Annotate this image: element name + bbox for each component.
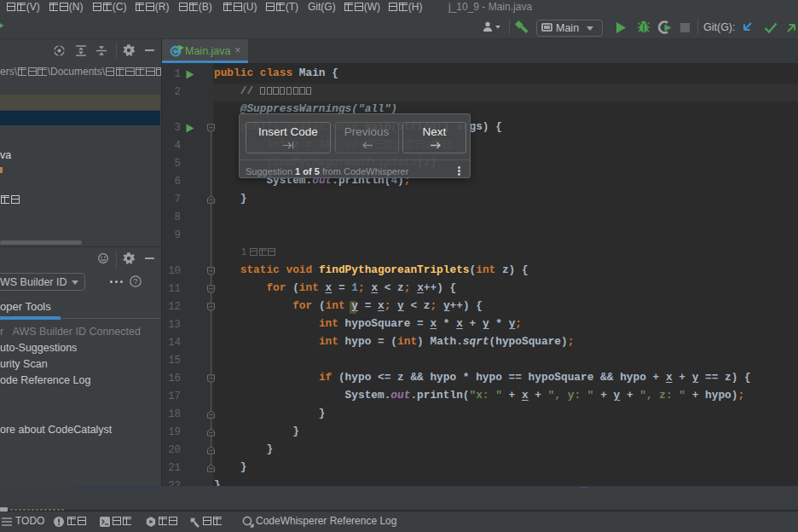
svg-text:?: ?: [133, 276, 137, 286]
